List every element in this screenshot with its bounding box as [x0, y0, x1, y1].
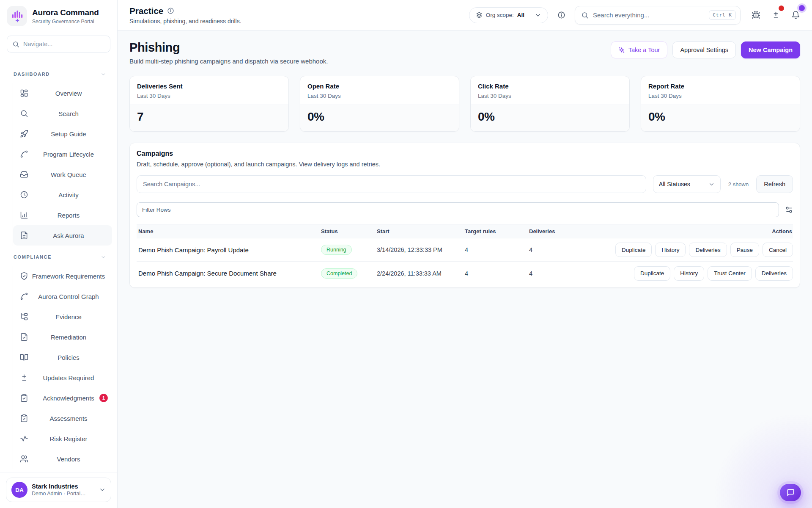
sidebar-item-ask-aurora[interactable]: Ask Aurora [13, 225, 112, 246]
campaign-deliveries: 4 [527, 246, 607, 253]
action-button-pause[interactable]: Pause [730, 243, 759, 257]
topbar-subtitle: Simulations, phishing, and readiness dri… [129, 18, 462, 25]
section-header-compliance[interactable]: COMPLIANCE [0, 253, 117, 261]
sidebar-item-search[interactable]: Search [13, 103, 112, 124]
clipboard-check-icon [20, 414, 28, 422]
sidebar-nav: DASHBOARDOverviewSearchSetup GuideProgra… [0, 52, 117, 472]
main-area: Practice Simulations, phishing, and read… [118, 0, 812, 508]
bug-icon [752, 11, 760, 19]
section-header-dashboard[interactable]: DASHBOARD [0, 70, 117, 78]
action-button-deliveries[interactable]: Deliveries [755, 266, 793, 281]
sidebar-item-risk-register[interactable]: Risk Register [13, 428, 112, 449]
topbar: Practice Simulations, phishing, and read… [118, 0, 812, 30]
spline-icon [20, 150, 28, 158]
tree-icon [20, 312, 28, 321]
filter-rows-field[interactable] [137, 202, 779, 217]
stat-value: 7 [130, 105, 288, 131]
refresh-button[interactable]: Refresh [756, 175, 793, 193]
sidebar-item-evidence[interactable]: Evidence [13, 306, 112, 327]
avatar: DA [11, 482, 27, 498]
sidebar-item-aurora-control-graph[interactable]: Aurora Control Graph [13, 286, 112, 306]
notifications-button[interactable] [791, 11, 800, 19]
search-icon [20, 109, 28, 118]
take-a-tour-button[interactable]: Take a Tour [611, 41, 668, 58]
approval-settings-button[interactable]: Approval Settings [672, 41, 736, 58]
campaign-search-input[interactable] [143, 181, 640, 188]
column-header-actions: Actions [607, 228, 793, 235]
sidebar-item-assessments[interactable]: Assessments [13, 408, 112, 428]
keyboard-shortcut: Ctrl K [709, 10, 736, 20]
shield-check-icon [20, 272, 28, 280]
nav-section-dashboard: DASHBOARDOverviewSearchSetup GuideProgra… [0, 70, 117, 246]
stat-value: 0% [641, 105, 800, 131]
campaign-deliveries: 4 [527, 270, 607, 277]
stat-card-deliveries-sent: Deliveries Sent Last 30 Days 7 [129, 76, 289, 132]
action-button-duplicate[interactable]: Duplicate [634, 266, 670, 281]
rocket-icon [20, 130, 28, 138]
activity-icon [20, 434, 28, 443]
user-card[interactable]: DA Stark Industries Demo Admin · Portal … [6, 478, 111, 502]
sidebar-item-policies[interactable]: Policies [13, 347, 112, 367]
stat-label: Open Rate [307, 83, 452, 90]
sidebar-footer: DA Stark Industries Demo Admin · Portal … [0, 472, 117, 508]
help-info-icon[interactable] [557, 11, 565, 19]
new-campaign-button[interactable]: New Campaign [741, 41, 800, 58]
clipboard-check-icon [20, 394, 28, 402]
diff-icon [20, 373, 28, 382]
sidebar-item-updates-required[interactable]: Updates Required [13, 367, 112, 388]
navigate-input[interactable] [23, 41, 105, 47]
action-button-history[interactable]: History [655, 243, 686, 257]
sidebar: Aurora Command Security Governance Porta… [0, 0, 118, 508]
chat-widget-button[interactable] [780, 484, 801, 501]
info-icon [167, 7, 174, 14]
stat-period: Last 30 Days [478, 93, 622, 99]
org-scope-label: Org scope: [486, 12, 514, 18]
dashboard-icon [20, 89, 28, 97]
bug-report-button[interactable] [752, 11, 760, 19]
file-check-icon [20, 333, 28, 341]
sidebar-item-framework-requirements[interactable]: Framework Requirements [13, 266, 112, 286]
page-content: Phishing Build multi-step phishing campa… [118, 30, 812, 508]
sidebar-item-overview[interactable]: Overview [13, 83, 112, 103]
sidebar-item-remediation[interactable]: Remediation [13, 327, 112, 347]
action-button-history[interactable]: History [674, 266, 704, 281]
sidebar-item-work-queue[interactable]: Work Queue [13, 164, 112, 185]
sidebar-item-vendors[interactable]: Vendors [13, 449, 112, 469]
inbox-icon [20, 170, 28, 179]
column-header-name: Name [137, 228, 319, 235]
updates-button[interactable] [771, 11, 780, 19]
brand-name: Aurora Command [32, 8, 99, 17]
global-search[interactable]: Ctrl K [575, 6, 741, 25]
campaign-target-rules: 4 [463, 246, 527, 253]
action-button-cancel[interactable]: Cancel [763, 243, 793, 257]
sidebar-navigate-search[interactable] [7, 36, 110, 52]
global-search-input[interactable] [593, 11, 705, 19]
stat-period: Last 30 Days [307, 93, 452, 99]
sidebar-item-acknowledgments[interactable]: Acknowledgments1 [13, 388, 112, 408]
action-button-deliveries[interactable]: Deliveries [689, 243, 727, 257]
plus-minus-icon [771, 11, 780, 19]
org-scope-value: All [517, 12, 524, 18]
sidebar-item-activity[interactable]: Activity [13, 185, 112, 205]
campaign-search[interactable] [137, 175, 646, 193]
sidebar-item-reports[interactable]: Reports [13, 205, 112, 225]
bell-icon [791, 11, 800, 19]
sidebar-item-setup-guide[interactable]: Setup Guide [13, 124, 112, 144]
topbar-title: Practice [129, 6, 163, 16]
status-filter-select[interactable]: All Statuses [653, 175, 721, 193]
filter-rows-input[interactable] [142, 207, 774, 213]
stat-label: Click Rate [478, 83, 622, 90]
column-settings-button[interactable] [785, 206, 793, 214]
stat-period: Last 30 Days [137, 93, 281, 99]
org-scope-selector[interactable]: Org scope: All [469, 7, 548, 23]
spline-icon [20, 292, 28, 301]
sliders-icon [785, 206, 793, 214]
brand: Aurora Command Security Governance Porta… [0, 0, 117, 30]
campaign-start: 3/14/2026, 12:33:33 PM [375, 246, 463, 253]
layers-icon [476, 12, 483, 19]
clock-icon [20, 190, 28, 199]
action-button-duplicate[interactable]: Duplicate [615, 243, 652, 257]
sidebar-item-program-lifecycle[interactable]: Program Lifecycle [13, 144, 112, 164]
action-button-trust-center[interactable]: Trust Center [708, 266, 752, 281]
page-title: Phishing [129, 41, 328, 55]
